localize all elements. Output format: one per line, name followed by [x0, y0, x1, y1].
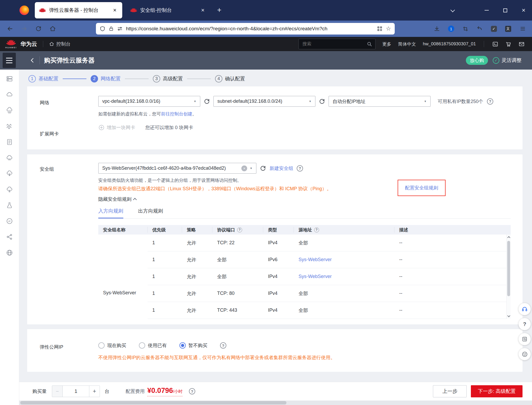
refresh-security-group-icon[interactable] [260, 165, 266, 172]
new-tab-button[interactable]: + [217, 6, 221, 14]
console-search-box[interactable] [299, 39, 375, 49]
tab-close-icon[interactable]: × [199, 7, 206, 14]
eip-help-icon[interactable]: ? [220, 342, 226, 349]
screenshot-crop-icon[interactable] [462, 25, 469, 32]
search-input[interactable] [299, 41, 367, 47]
scrollbar-thumb[interactable] [507, 241, 510, 296]
firefox-icon[interactable] [19, 6, 29, 15]
cloud-stack-icon[interactable] [6, 107, 13, 114]
increment-button[interactable]: + [89, 386, 100, 397]
list-tabs-chevron-icon[interactable] [451, 8, 455, 12]
ip-assign-select[interactable]: 自动分配IP地址 ▼ [329, 96, 431, 107]
refresh-subnet-icon[interactable] [319, 98, 325, 105]
previous-step-button[interactable]: 上一步 [433, 385, 467, 397]
downloads-icon[interactable] [433, 25, 441, 32]
search-icon[interactable] [367, 41, 372, 47]
survey-button[interactable] [519, 333, 531, 345]
help-button[interactable]: ? [519, 318, 531, 330]
customer-service-button[interactable] [519, 303, 531, 315]
lock-icon[interactable] [109, 26, 114, 31]
scrollbar-thumb[interactable] [20, 401, 286, 404]
account-badge-icon[interactable]: 1 [447, 25, 455, 32]
document-server-icon[interactable] [6, 139, 13, 145]
scaling-waves-icon[interactable] [6, 123, 13, 130]
flask-icon[interactable] [6, 202, 13, 209]
radio-icon[interactable] [98, 342, 105, 349]
menu-icon[interactable] [519, 25, 526, 32]
available-ip-help-icon[interactable]: ? [487, 98, 493, 105]
table-scrollbar[interactable] [506, 235, 511, 319]
window-maximize-button[interactable] [497, 0, 513, 21]
ip-address-icon[interactable]: IP [6, 218, 13, 225]
horizontal-scrollbar[interactable] [19, 401, 532, 405]
window-minimize-button[interactable] [479, 0, 494, 21]
browser-tab-security-group[interactable]: 安全组-控制台 × [126, 2, 210, 18]
tab-outbound-rules[interactable]: 出方向规则 [138, 208, 163, 218]
cloud-icon[interactable] [6, 91, 13, 98]
step-confirm-config[interactable]: 4 确认配置 [215, 75, 245, 82]
protocol-help-icon[interactable]: ? [237, 227, 242, 232]
brand-name[interactable]: 华为云 [21, 40, 37, 48]
more-menu[interactable]: 更多 [382, 41, 391, 47]
source-help-icon[interactable]: ? [314, 227, 319, 232]
step-advanced-config[interactable]: 3 高级配置 [153, 75, 183, 82]
subnet-select[interactable]: subnet-default(192.168.0.0/24) ▼ [213, 96, 315, 107]
tracking-shield-icon[interactable] [100, 26, 105, 32]
globe-icon[interactable] [6, 249, 13, 256]
adblock-shield-icon[interactable]: ✓ [490, 25, 497, 32]
url-input[interactable]: https://console.huaweicloud.com/ecm/?reg… [126, 26, 374, 32]
eip-option-not-now[interactable]: 暂不购买 [179, 342, 207, 349]
hide-rules-toggle[interactable]: 隐藏安全组规则 [98, 196, 523, 202]
decrement-button[interactable]: − [52, 386, 63, 397]
next-step-button[interactable]: 下一步: 高级配置 [471, 385, 523, 397]
quantity-value[interactable]: 1 [63, 386, 89, 397]
clear-selection-icon[interactable]: × [241, 165, 247, 171]
window-close-button[interactable]: × [516, 0, 531, 21]
security-group-select[interactable]: Sys-WebServer(47fbddc1-ce6f-4620-a4ba-97… [98, 163, 256, 174]
qr-scan-icon[interactable] [377, 26, 383, 32]
radio-selected-icon[interactable] [179, 342, 186, 349]
add-nic-button[interactable]: 增加一块网卡 [98, 124, 135, 131]
step-network-config[interactable]: 2 网络配置 [91, 75, 121, 82]
permissions-icon[interactable] [117, 26, 123, 32]
nav-hamburger-button[interactable] [3, 53, 16, 68]
forward-icon[interactable] [21, 25, 28, 32]
tab-inbound-rules[interactable]: 入方向规则 [98, 208, 123, 218]
worry-free-badge[interactable]: 放心购 [466, 56, 488, 65]
language-switch[interactable]: 简体中文 [398, 41, 416, 47]
fee-help-icon[interactable]: ? [189, 388, 195, 394]
back-icon[interactable] [6, 25, 14, 32]
back-chevron-icon[interactable] [30, 57, 35, 63]
new-security-group-link[interactable]: 新建安全组 [270, 165, 293, 172]
eip-option-buy-now[interactable]: 现在购买 [98, 342, 126, 349]
share-nodes-icon[interactable] [6, 233, 13, 240]
cloud-outline-icon[interactable] [6, 154, 13, 161]
refresh-vpc-icon[interactable] [204, 98, 210, 105]
server-icon[interactable] [6, 75, 13, 82]
huawei-logo[interactable]: HUAWEI [5, 39, 17, 49]
feedback-button[interactable] [519, 348, 531, 360]
undo-arrow-icon[interactable] [476, 25, 483, 32]
cloud-download-icon[interactable] [6, 170, 13, 177]
browser-tab-ecs[interactable]: 弹性云服务器 - 控制台 × [35, 2, 122, 18]
cli-terminal-icon[interactable] [492, 41, 498, 47]
cell-source-link[interactable]: Sys-WebServer [294, 268, 394, 285]
url-bar[interactable]: https://console.huaweicloud.com/ecm/?reg… [96, 23, 395, 35]
eip-option-use-existing[interactable]: 使用已有 [139, 342, 167, 349]
scroll-down-icon[interactable] [507, 314, 510, 317]
mail-icon[interactable] [518, 41, 525, 47]
cell-source-link[interactable]: Sys-WebServer [294, 251, 394, 268]
reload-icon[interactable] [35, 25, 42, 32]
home-icon[interactable] [49, 25, 56, 32]
step-basic-config[interactable]: 1 基础配置 [28, 75, 58, 82]
scroll-up-icon[interactable] [507, 236, 510, 239]
config-security-rules-link[interactable]: 配置安全组规则 [405, 185, 438, 191]
security-group-help-icon[interactable]: ? [297, 165, 303, 172]
goto-console-link[interactable]: 前往控制台创建 [161, 111, 192, 116]
quantity-stepper[interactable]: − 1 + [52, 386, 100, 397]
cart-icon[interactable] [505, 41, 511, 47]
cloud-node-icon[interactable] [6, 186, 13, 193]
vpc-select[interactable]: vpc-default(192.168.0.0/16) ▼ [98, 96, 200, 107]
radio-icon[interactable] [139, 342, 145, 349]
bookmark-star-icon[interactable]: ☆ [386, 25, 391, 32]
